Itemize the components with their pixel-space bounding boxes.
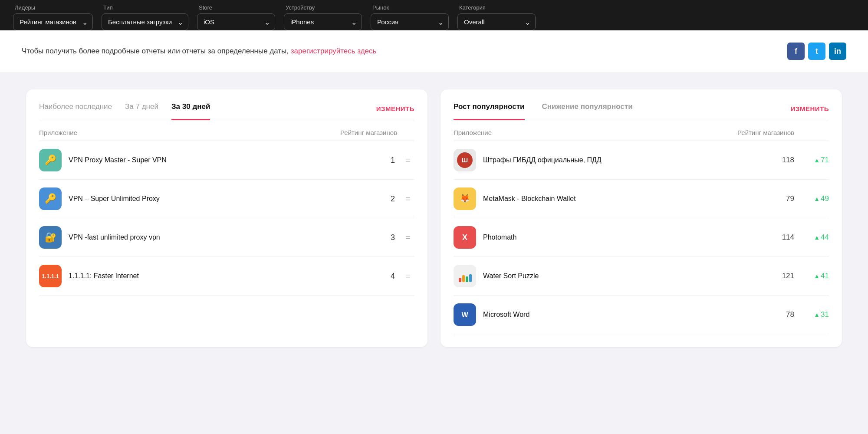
svg-rect-7 xyxy=(459,278,461,282)
arrow-up-icon: ▲ xyxy=(814,273,820,279)
register-link[interactable]: зарегистрируйтесь здесь xyxy=(291,47,377,55)
rankings-card: Наиболее последние За 7 дней За 30 дней … xyxy=(26,89,427,347)
app-change: = xyxy=(401,194,414,204)
movers-card: Рост популярности Снижение популярности … xyxy=(441,89,842,347)
filter-label-leaders: Лидеры xyxy=(13,4,93,11)
main-content: Наиболее последние За 7 дней За 30 дней … xyxy=(0,72,868,365)
table-row: 1.1.1.1 1.1.1.1: Faster Internet 4 = xyxy=(39,257,414,296)
table-row: 🔑 VPN Proxy Master - Super VPN 1 = xyxy=(39,141,414,180)
rankings-tabs-header: Наиболее последние За 7 дней За 30 дней … xyxy=(39,102,414,120)
filter-select-type[interactable]: Бесплатные загрузки xyxy=(102,13,188,30)
tab-decline[interactable]: Снижение популярности xyxy=(542,102,633,115)
mover-change: ▲ 49 xyxy=(794,194,829,203)
app-change: = xyxy=(401,156,414,165)
list-item: 🦊 MetaMask - Blockchain Wallet 79 ▲ 49 xyxy=(454,180,829,218)
filter-select-leaders[interactable]: Рейтинг магазинов xyxy=(13,13,93,30)
svg-text:🦊: 🦊 xyxy=(460,194,470,203)
svg-text:W: W xyxy=(461,311,468,319)
tab-growth[interactable]: Рост популярности xyxy=(454,102,525,120)
filter-label-store: Store xyxy=(197,4,275,11)
app-name: 1.1.1.1: Faster Internet xyxy=(69,272,384,280)
banner: Чтобы получить более подробные отчеты ил… xyxy=(0,30,868,72)
mover-icon-shtraf: Ш xyxy=(454,149,476,171)
svg-rect-8 xyxy=(462,275,465,282)
filter-group-category: КатегорияOverall xyxy=(457,4,536,30)
filter-group-store: StoreiOS xyxy=(197,4,275,30)
mover-icon-photomath: X xyxy=(454,226,476,249)
filter-select-wrapper-leaders: Рейтинг магазинов xyxy=(13,13,93,30)
mover-change: ▲ 31 xyxy=(794,310,829,319)
col-header-rating: Рейтинг магазинов xyxy=(340,129,397,136)
mover-app-name: Microsoft Word xyxy=(483,311,760,319)
tab-30days[interactable]: За 30 дней xyxy=(171,102,210,120)
table-row: 🔑 VPN – Super Unlimited Proxy 2 = xyxy=(39,180,414,218)
top-bar: ЛидерыРейтинг магазиновТипБесплатные заг… xyxy=(0,0,868,30)
app-change: = xyxy=(401,272,414,281)
arrow-up-icon: ▲ xyxy=(814,195,820,202)
app-icon-vpn-master: 🔑 xyxy=(39,149,62,171)
svg-rect-9 xyxy=(466,276,468,282)
twitter-icon[interactable]: t xyxy=(808,43,825,60)
mover-icon-water xyxy=(454,265,476,287)
rankings-tabs: Наиболее последние За 7 дней За 30 дней xyxy=(39,102,210,115)
filter-group-market: РынокРоссия xyxy=(371,4,449,30)
app-icon-one111: 1.1.1.1 xyxy=(39,265,62,287)
filter-group-leaders: ЛидерыРейтинг магазинов xyxy=(13,4,93,30)
filter-select-store[interactable]: iOS xyxy=(197,13,275,30)
mover-app-name: Water Sort Puzzle xyxy=(483,272,760,280)
movers-tabs-header: Рост популярности Снижение популярности … xyxy=(454,102,829,120)
mover-tabs: Рост популярности Снижение популярности xyxy=(454,102,633,115)
filter-group-type: ТипБесплатные загрузки xyxy=(102,4,188,30)
filter-label-category: Категория xyxy=(457,4,536,11)
mover-rating: 79 xyxy=(760,194,794,203)
filter-select-wrapper-market: Россия xyxy=(371,13,449,30)
filter-select-device[interactable]: iPhones xyxy=(284,13,362,30)
tab-recent[interactable]: Наиболее последние xyxy=(39,102,112,115)
svg-rect-10 xyxy=(469,274,472,282)
filter-select-wrapper-category: Overall xyxy=(457,13,536,30)
app-rank: 4 xyxy=(384,272,401,281)
movers-change-link[interactable]: ИЗМЕНИТЬ xyxy=(791,105,829,112)
mover-change: ▲ 44 xyxy=(794,233,829,242)
list-item: Water Sort Puzzle 121 ▲ 41 xyxy=(454,257,829,296)
app-icon-vpn-fast: 🔐 xyxy=(39,226,62,249)
filter-select-wrapper-device: iPhones xyxy=(284,13,362,30)
filter-select-wrapper-type: Бесплатные загрузки xyxy=(102,13,188,30)
mover-rating: 114 xyxy=(760,233,794,242)
svg-text:Ш: Ш xyxy=(462,157,468,164)
filter-select-wrapper-store: iOS xyxy=(197,13,275,30)
tab-7days[interactable]: За 7 дней xyxy=(125,102,158,115)
social-icons: f t in xyxy=(787,43,846,60)
linkedin-icon[interactable]: in xyxy=(829,43,846,60)
facebook-icon[interactable]: f xyxy=(787,43,805,60)
mover-change: ▲ 71 xyxy=(794,156,829,164)
mover-rating: 121 xyxy=(760,272,794,280)
filter-label-type: Тип xyxy=(102,4,188,11)
svg-text:X: X xyxy=(462,233,467,242)
rankings-change-link[interactable]: ИЗМЕНИТЬ xyxy=(376,105,414,112)
filter-label-market: Рынок xyxy=(371,4,449,11)
filter-select-market[interactable]: Россия xyxy=(371,13,449,30)
mover-app-name: Photomath xyxy=(483,233,760,241)
app-icon-vpn-unlimited: 🔑 xyxy=(39,187,62,210)
app-name: VPN Proxy Master - Super VPN xyxy=(69,156,384,164)
app-name: VPN – Super Unlimited Proxy xyxy=(69,195,384,203)
app-name: VPN -fast unlimited proxy vpn xyxy=(69,233,384,241)
arrow-up-icon: ▲ xyxy=(814,157,820,164)
arrow-up-icon: ▲ xyxy=(814,234,820,241)
mover-col-app: Приложение xyxy=(454,129,737,136)
filter-group-device: УстройствуiPhones xyxy=(284,4,362,30)
app-rank: 3 xyxy=(384,233,401,242)
filter-label-device: Устройству xyxy=(284,4,362,11)
table-row: 🔐 VPN -fast unlimited proxy vpn 3 = xyxy=(39,218,414,257)
mover-col-headers: Приложение Рейтинг магазинов xyxy=(454,129,829,141)
list-item: X Photomath 114 ▲ 44 xyxy=(454,218,829,257)
app-change: = xyxy=(401,233,414,242)
mover-rating: 78 xyxy=(760,310,794,319)
mover-change: ▲ 41 xyxy=(794,272,829,280)
rankings-col-headers: Приложение Рейтинг магазинов xyxy=(39,129,414,141)
mover-app-name: MetaMask - Blockchain Wallet xyxy=(483,195,760,203)
mover-icon-word: W xyxy=(454,303,476,326)
app-rank: 1 xyxy=(384,156,401,165)
filter-select-category[interactable]: Overall xyxy=(457,13,536,30)
